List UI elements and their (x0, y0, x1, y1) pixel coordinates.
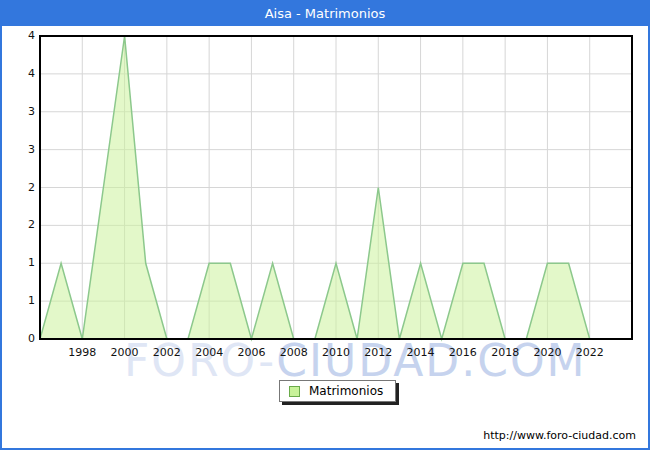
x-tick-label: 2010 (322, 346, 350, 359)
legend: Matrimonios (279, 380, 396, 402)
y-tick-label: 3 (2, 143, 35, 157)
y-tick-label: 3 (2, 105, 35, 119)
x-tick-label: 2006 (237, 346, 265, 359)
legend-swatch-icon (289, 386, 300, 397)
x-tick-label: 2022 (576, 346, 604, 359)
y-tick-label: 4 (2, 29, 35, 43)
chart-title: Aisa - Matrimonios (265, 6, 386, 21)
x-tick-label: 2020 (533, 346, 561, 359)
x-tick-label: 2002 (153, 346, 181, 359)
x-tick-label: 2004 (195, 346, 223, 359)
x-tick-label: 1998 (68, 346, 96, 359)
x-tick-label: 2012 (364, 346, 392, 359)
x-tick-label: 2008 (280, 346, 308, 359)
y-tick-label: 2 (2, 181, 35, 195)
y-tick-label: 4 (2, 67, 35, 81)
x-tick-label: 2014 (407, 346, 435, 359)
x-tick-label: 2018 (491, 346, 519, 359)
footer-url: http://www.foro-ciudad.com (483, 429, 636, 442)
y-tick-label: 1 (2, 256, 35, 270)
x-tick-label: 2016 (449, 346, 477, 359)
y-tick-label: 1 (2, 294, 35, 308)
y-tick-label: 0 (2, 332, 35, 346)
x-tick-label: 2000 (111, 346, 139, 359)
chart-title-bar: Aisa - Matrimonios (2, 2, 648, 26)
y-tick-label: 2 (2, 218, 35, 232)
legend-label: Matrimonios (309, 384, 383, 398)
window-frame: Aisa - Matrimonios FORO-CIUDAD.COM 44332… (0, 0, 650, 450)
